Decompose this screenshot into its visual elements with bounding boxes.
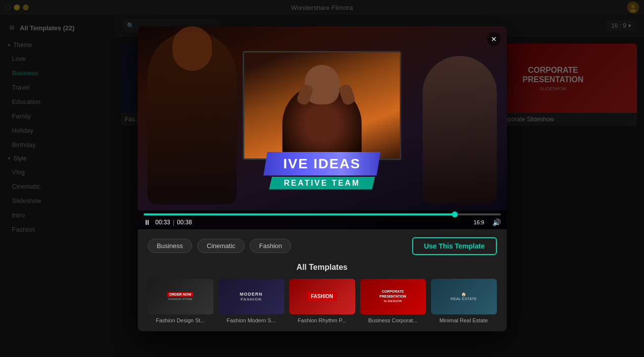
video-text-overlay: IVE IDEAS REATIVE TEAM: [138, 152, 507, 190]
volume-button[interactable]: 🔊: [492, 218, 501, 226]
mini-thumb-business-corporate: CORPORATEPRESENTATIONSLIDESHOW: [360, 279, 426, 314]
monitor-screen: [244, 52, 400, 158]
video-preview: IVE IDEAS REATIVE TEAM ⏸ 00:33 | 0: [138, 26, 507, 229]
mini-thumb-fashion-rhythm: FASHION: [289, 279, 355, 314]
progress-dot: [452, 211, 458, 217]
current-time: 00:33: [156, 219, 170, 226]
aspect-badge: 16:9: [471, 218, 487, 226]
modal: ✕: [138, 26, 507, 331]
face-left: [172, 26, 212, 71]
thumb-content-fashion-rhythm: FASHION: [307, 292, 337, 301]
order-badge: ORDER NOW: [167, 292, 193, 297]
mini-label-business-corporate: Business Corporat...: [360, 317, 426, 323]
time-separator: |: [173, 219, 176, 226]
mini-label-real-estate: Minimal Real Estate: [431, 317, 497, 323]
thumb-content-fashion-design: ORDER NOW FASHION STORE: [164, 289, 196, 304]
mini-label-fashion-rhythm: Fashion Rhythm P...: [289, 317, 355, 323]
video-controls: ⏸ 00:33 | 00:38 16:9 🔊: [138, 210, 507, 229]
time-display: 00:33 | 00:38: [156, 219, 192, 226]
thumb-content-business: CORPORATEPRESENTATIONSLIDESHOW: [379, 289, 406, 304]
mini-card-fashion-design[interactable]: ORDER NOW FASHION STORE Fashion Design S…: [148, 279, 214, 323]
all-templates-section-label: All Templates: [148, 263, 497, 272]
mini-card-real-estate[interactable]: 🏠REAL ESTATE Minimal Real Estate: [431, 279, 497, 323]
modal-bottom: Business Cinematic Fashion Use This Temp…: [138, 229, 507, 331]
pause-button[interactable]: ⏸: [144, 218, 151, 226]
mini-card-business-corporate[interactable]: CORPORATEPRESENTATIONSLIDESHOW Business …: [360, 279, 426, 323]
thumb-content-real-estate: 🏠REAL ESTATE: [451, 292, 477, 301]
video-text-line1: IVE IDEAS: [264, 152, 380, 176]
mini-card-fashion-modern[interactable]: MODERNFASHION Fashion Modern S...: [218, 279, 284, 323]
mini-label-fashion-modern: Fashion Modern S...: [218, 317, 284, 323]
thumb-content-fashion-modern: MODERNFASHION: [240, 292, 263, 302]
tag-business[interactable]: Business: [148, 239, 193, 253]
mini-thumb-real-estate: 🏠REAL ESTATE: [431, 279, 497, 314]
total-time: 00:38: [177, 219, 192, 226]
tags-row: Business Cinematic Fashion Use This Temp…: [148, 237, 497, 255]
mini-thumb-fashion-design: ORDER NOW FASHION STORE: [148, 279, 214, 314]
video-monitor: [243, 51, 401, 160]
thumb-sub: FASHION STORE: [167, 298, 193, 301]
modal-overlay: ✕: [0, 0, 644, 357]
progress-bar-fill: [144, 213, 458, 215]
video-text-line2: REATIVE TEAM: [269, 177, 375, 190]
use-template-button[interactable]: Use This Template: [412, 237, 497, 255]
progress-bar-container[interactable]: [144, 213, 501, 215]
tag-cinematic[interactable]: Cinematic: [197, 239, 245, 253]
mini-label-fashion-design: Fashion Design St...: [148, 317, 214, 323]
mini-card-fashion-rhythm[interactable]: FASHION Fashion Rhythm P...: [289, 279, 355, 323]
video-bg: IVE IDEAS REATIVE TEAM ⏸ 00:33 | 0: [138, 26, 507, 229]
templates-thumb-row: ORDER NOW FASHION STORE Fashion Design S…: [148, 279, 497, 323]
modal-close-button[interactable]: ✕: [487, 32, 501, 46]
tag-fashion[interactable]: Fashion: [250, 239, 291, 253]
controls-row: ⏸ 00:33 | 00:38 16:9 🔊: [144, 218, 501, 226]
mini-thumb-fashion-modern: MODERNFASHION: [218, 279, 284, 314]
